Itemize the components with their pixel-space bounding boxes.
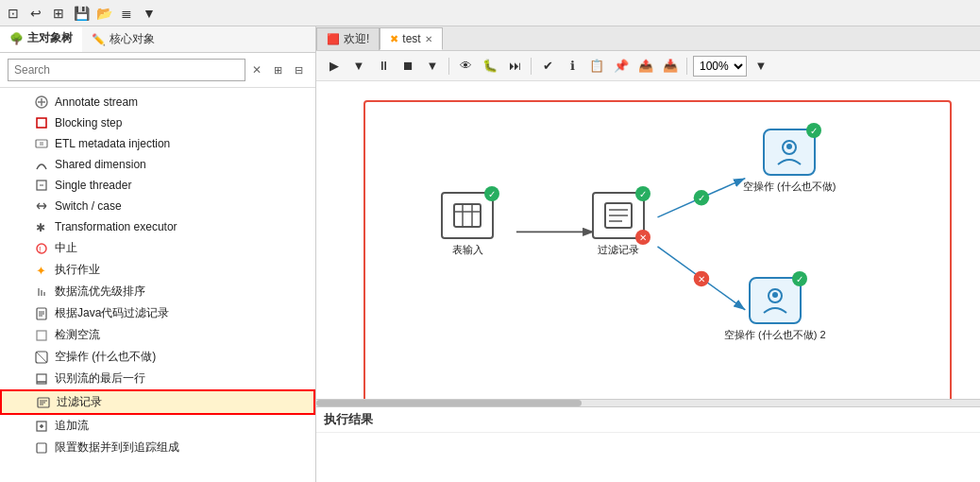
zoom-dropdown-button[interactable]: ▼ bbox=[751, 56, 771, 77]
table-input-label: 表输入 bbox=[452, 243, 483, 257]
svg-point-51 bbox=[786, 144, 792, 149]
run-button[interactable]: ▶ bbox=[324, 56, 345, 77]
svg-rect-4 bbox=[36, 140, 47, 147]
switch-case-icon bbox=[34, 198, 49, 214]
tree-item-single-threader[interactable]: Single threader bbox=[0, 175, 315, 196]
welcome-tab-icon: 🟥 bbox=[327, 33, 340, 45]
tab-main-objects[interactable]: 🌳 主对象树 bbox=[0, 26, 82, 52]
table-input-icon bbox=[452, 200, 482, 231]
tree-item-annotate-stream[interactable]: Annotate stream bbox=[0, 92, 315, 112]
filter-error: ✕ bbox=[635, 230, 651, 245]
svg-rect-32 bbox=[37, 443, 46, 453]
tree-item-blocking-step[interactable]: Blocking step bbox=[0, 112, 315, 133]
tab-close-button[interactable]: ✕ bbox=[425, 34, 432, 44]
stop-dropdown-button[interactable]: ▼ bbox=[422, 56, 443, 77]
test-tab-icon: ✖ bbox=[390, 33, 398, 45]
canvas-area[interactable]: ✓ ✕ ✓ bbox=[316, 81, 980, 406]
node-empty-op1[interactable]: ✓ 空操作 (什么也不做) bbox=[743, 129, 836, 194]
tree-item-misc[interactable]: 限置数据并到到追踪组成 bbox=[0, 437, 315, 458]
check-button[interactable]: ✔ bbox=[537, 56, 558, 77]
tree-item-detect-empty[interactable]: 检测空流 bbox=[0, 324, 315, 346]
pause-button[interactable]: ⏸ bbox=[373, 56, 394, 77]
tree-item-empty-op[interactable]: 空操作 (什么也不做) bbox=[0, 346, 315, 368]
expand-icon[interactable]: ⊞ bbox=[268, 60, 287, 79]
svg-rect-20 bbox=[37, 331, 46, 340]
search-bar: ✕ ⊞ ⊟ bbox=[0, 53, 315, 88]
priority-sort-icon bbox=[34, 284, 49, 300]
zoom-select[interactable]: 100% 50% 75% 125% 150% bbox=[693, 56, 747, 77]
stop-button[interactable]: ⏹ bbox=[397, 56, 418, 77]
search-input[interactable] bbox=[8, 59, 245, 81]
horizontal-scrollbar[interactable] bbox=[316, 399, 980, 406]
tab-welcome[interactable]: 🟥 欢迎! bbox=[316, 27, 380, 50]
collapse-icon[interactable]: ⊟ bbox=[289, 60, 308, 79]
import-button[interactable]: 📥 bbox=[660, 56, 681, 77]
svg-line-36 bbox=[658, 179, 746, 217]
node-table-input[interactable]: ✓ 表输入 bbox=[441, 192, 494, 257]
svg-text:✓: ✓ bbox=[698, 193, 705, 203]
tab-core-objects[interactable]: ✏️ 核心对象 bbox=[82, 27, 164, 51]
toolbar-icon-7[interactable]: ▼ bbox=[140, 4, 159, 23]
node-box-table-input: ✓ bbox=[441, 192, 494, 239]
toolbar-icon-3[interactable]: ⊞ bbox=[49, 4, 68, 23]
node-box-filter-records: ✓ ✕ bbox=[592, 192, 645, 239]
app-window: ⊡ ↩ ⊞ 💾 📂 ≣ ▼ 🌳 主对象树 ✏️ 核心对象 bbox=[0, 0, 980, 482]
node-filter-records[interactable]: ✓ ✕ 过滤记录 bbox=[592, 192, 645, 257]
filter-records-label: 过滤记录 bbox=[598, 243, 639, 257]
toolbar-icon-4[interactable]: 💾 bbox=[72, 4, 91, 23]
toolbar-icon-5[interactable]: 📂 bbox=[94, 4, 113, 23]
svg-rect-42 bbox=[454, 204, 481, 227]
separator-3 bbox=[686, 58, 687, 75]
tree-item-identify-last-row[interactable]: 识别流的最后一行 bbox=[0, 368, 315, 389]
svg-point-37 bbox=[694, 190, 710, 206]
step-button[interactable]: ⏭ bbox=[504, 56, 525, 77]
filter-records-icon bbox=[36, 395, 51, 410]
tree-item-priority-sort[interactable]: 数据流优先级排序 bbox=[0, 281, 315, 302]
left-panel: 🌳 主对象树 ✏️ 核心对象 ✕ ⊞ ⊟ bbox=[0, 26, 316, 482]
paste-button[interactable]: 📌 bbox=[611, 56, 632, 77]
right-panel: 🟥 欢迎! ✖ test ✕ ▶ ▼ ⏸ ⏹ ▼ 👁 🐛 ⏭ bbox=[316, 26, 980, 482]
empty-op2-icon bbox=[759, 284, 791, 317]
misc-icon bbox=[34, 440, 49, 456]
etl-metadata-icon bbox=[34, 136, 49, 151]
run-dropdown-button[interactable]: ▼ bbox=[348, 56, 369, 77]
shared-dimension-icon bbox=[34, 157, 49, 172]
toolbar-icon-2[interactable]: ↩ bbox=[26, 4, 45, 23]
search-clear-button[interactable]: ✕ bbox=[249, 62, 264, 77]
tab-test[interactable]: ✖ test ✕ bbox=[380, 27, 442, 50]
debug-button[interactable]: 🐛 bbox=[480, 56, 500, 77]
toolbar-icon-1[interactable]: ⊡ bbox=[4, 4, 23, 23]
empty-op-icon bbox=[34, 350, 49, 365]
single-threader-icon bbox=[34, 178, 49, 193]
node-box-empty-op2: ✓ bbox=[749, 277, 802, 324]
tree-item-shared-dimension[interactable]: Shared dimension bbox=[0, 154, 315, 175]
copy-button[interactable]: 📋 bbox=[586, 56, 607, 77]
tree-item-transformation-executor[interactable]: ✱ Transformation executor bbox=[0, 216, 315, 237]
export-button[interactable]: 📤 bbox=[635, 56, 656, 77]
tree-item-append-stream[interactable]: 追加流 bbox=[0, 415, 315, 437]
results-panel: 执行结果 bbox=[316, 406, 980, 482]
node-empty-op2[interactable]: ✓ 空操作 (什么也不做) 2 bbox=[724, 277, 826, 342]
separator-2 bbox=[531, 58, 532, 75]
info-button[interactable]: ℹ bbox=[562, 56, 583, 77]
empty-op1-icon bbox=[773, 136, 805, 168]
search-icon-group: ⊞ ⊟ bbox=[268, 60, 308, 79]
tree-item-abort[interactable]: ! 中止 bbox=[0, 237, 315, 259]
java-filter-icon bbox=[34, 306, 49, 321]
tree-item-etl-metadata[interactable]: ETL metadata injection bbox=[0, 133, 315, 154]
svg-point-53 bbox=[772, 292, 778, 298]
toolbar-icon-6[interactable]: ≣ bbox=[117, 4, 136, 23]
tree-item-switch-case[interactable]: Switch / case bbox=[0, 196, 315, 216]
tree-item-java-filter[interactable]: 根据Java代码过滤记录 bbox=[0, 302, 315, 324]
filter-check: ✓ bbox=[635, 186, 651, 201]
tree-item-execute-job[interactable]: ✦ 执行作业 bbox=[0, 259, 315, 281]
tree-list: Annotate stream Blocking step ETL metada… bbox=[0, 88, 315, 482]
svg-point-40 bbox=[694, 271, 710, 287]
preview-button[interactable]: 👁 bbox=[455, 56, 476, 77]
core-objects-icon: ✏️ bbox=[92, 33, 106, 46]
scrollbar-thumb bbox=[316, 400, 582, 406]
svg-text:✱: ✱ bbox=[36, 221, 45, 233]
tree-item-filter-records[interactable]: 过滤记录 bbox=[0, 389, 315, 415]
empty-op2-label: 空操作 (什么也不做) 2 bbox=[724, 328, 826, 342]
svg-text:✕: ✕ bbox=[698, 274, 705, 284]
